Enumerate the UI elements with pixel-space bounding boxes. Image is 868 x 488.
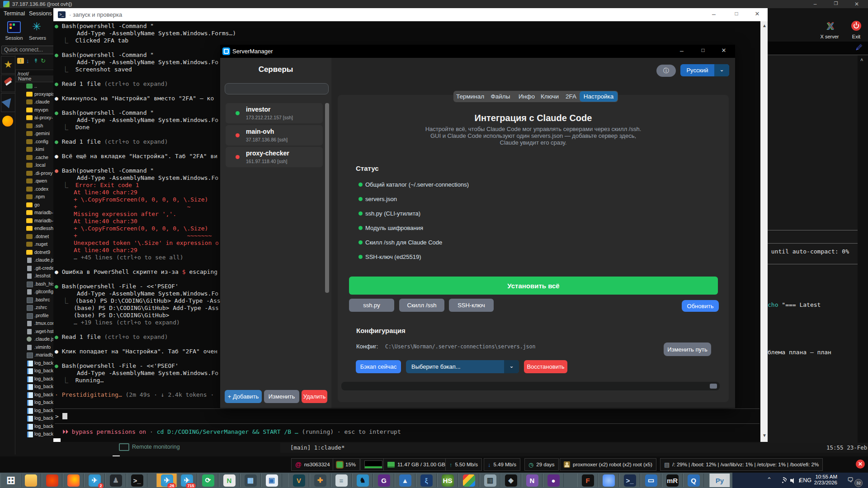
tray-chevron-icon[interactable]: ⌃ <box>767 476 772 483</box>
file-row[interactable]: log_backu <box>15 391 53 399</box>
file-row[interactable]: .bash_his <box>15 281 53 288</box>
taskbar-icon-cmd[interactable]: >_ <box>127 474 147 487</box>
file-row[interactable]: .git-crede <box>15 265 53 272</box>
mobaxterm-restore-button[interactable]: ❐ <box>833 1 839 7</box>
taskbar-icon-github[interactable]: ● <box>543 474 564 487</box>
main-hscrollbar-thumb[interactable] <box>710 384 717 389</box>
file-row[interactable]: .ssh <box>15 122 53 130</box>
taskbar-icon-chromium[interactable] <box>598 474 619 487</box>
taskbar-icon-notion[interactable]: N <box>522 474 542 487</box>
servermanager-maximize-button[interactable]: □ <box>699 47 707 55</box>
terminal-scroll-down-icon[interactable]: ▼ <box>762 433 767 438</box>
taskbar-icon-gdoc[interactable]: G <box>373 474 394 487</box>
small-button-ssh.py[interactable]: ssh.py <box>349 299 394 312</box>
taskbar-icon-sync[interactable]: ⟳ <box>198 474 218 487</box>
small-button-Скилл /ssh[interactable]: Скилл /ssh <box>399 299 444 312</box>
tray-language[interactable]: ENG <box>799 477 811 483</box>
server-item[interactable]: main-ovh37.187.136.86 [ssh] <box>226 125 323 145</box>
taskbar-icon-dragon[interactable]: ξ <box>416 474 437 487</box>
tab-Настройка[interactable]: Настройка <box>580 91 618 102</box>
taskbar-icon-python[interactable]: Py <box>709 474 730 487</box>
file-row[interactable]: .wget-hst <box>15 328 53 336</box>
info-button[interactable]: ⓘ <box>656 65 676 77</box>
terminal-scrollbar[interactable] <box>760 21 768 442</box>
tab-Терминал[interactable]: Терминал <box>456 91 484 102</box>
file-row[interactable]: log_backu <box>15 415 53 422</box>
file-row[interactable]: .bashrc <box>15 296 53 304</box>
file-row[interactable]: endlessh <box>15 225 53 233</box>
server-item[interactable]: investor173.212.212.157 [ssh] <box>226 103 323 123</box>
file-row[interactable]: dotnet9 <box>15 249 53 257</box>
tab-Инфо[interactable]: Инфо <box>517 91 537 102</box>
install-all-button[interactable]: Установить всё <box>349 277 718 295</box>
remote-monitoring-label[interactable]: Remote monitoring <box>132 444 180 450</box>
file-row[interactable]: log_backu <box>15 383 53 391</box>
taskbar-icon-ninja[interactable]: ♟ <box>105 474 126 487</box>
file-row[interactable]: .tmux.cor <box>15 320 53 328</box>
file-row[interactable]: log_backu <box>15 360 53 367</box>
taskbar-icon-bird[interactable]: ♞ <box>352 474 373 487</box>
file-row[interactable]: .di-proxy <box>15 170 53 178</box>
tray-volume-icon[interactable] <box>790 477 797 483</box>
file-row[interactable]: .dotnet <box>15 233 53 241</box>
taskbar-icon-telegram2[interactable]: ✈2 <box>84 474 105 487</box>
taskbar-icon-paint[interactable] <box>458 474 479 487</box>
taskbar-icon-telegram26[interactable]: ✈.26 <box>156 474 177 487</box>
taskbar-icon-v9[interactable]: V <box>288 474 309 487</box>
file-row[interactable]: mariadb-c <box>15 217 53 225</box>
tray-wifi-icon[interactable] <box>778 477 787 483</box>
servermanager-minimize-button[interactable]: – <box>678 47 686 55</box>
taskbar-icon-photos[interactable]: ▲ <box>395 474 415 487</box>
taskbar-icon-monchart[interactable]: ▥ <box>480 474 500 487</box>
server-search-input[interactable] <box>225 83 329 94</box>
terminal-scroll-up-icon[interactable]: ▲ <box>762 23 767 28</box>
file-row[interactable]: go <box>15 202 53 209</box>
file-row[interactable]: log_backu <box>15 431 53 438</box>
small-button-SSH-ключ[interactable]: SSH-ключ <box>449 299 494 312</box>
tab-Ключи[interactable]: Ключи <box>538 91 562 102</box>
taskbar-icon-powershell[interactable]: >_ <box>619 474 640 487</box>
file-row[interactable]: .claude.js <box>15 336 53 343</box>
restore-button[interactable]: Восстановить <box>524 360 567 373</box>
file-row[interactable]: log_backu <box>15 407 53 415</box>
file-row[interactable]: log_backu <box>15 367 53 375</box>
taskbar-icon-notepadpp[interactable]: N <box>219 474 240 487</box>
file-row[interactable]: .mariadb_ <box>15 352 53 359</box>
claude-prompt[interactable]: > <box>55 413 67 420</box>
mobaxterm-minimize-button[interactable]: – <box>812 1 818 7</box>
language-dropdown[interactable]: Русский ⌄ <box>680 64 729 76</box>
taskbar-icon-calc[interactable]: ▦ <box>240 474 261 487</box>
behind-scrollbar[interactable] <box>858 55 868 443</box>
file-row[interactable]: .config <box>15 138 53 146</box>
taskbar-icon-figma[interactable]: F <box>577 474 598 487</box>
file-row[interactable]: .claude.js <box>15 257 53 264</box>
taskbar-icon-windows[interactable]: ⊞ <box>0 474 21 487</box>
taskbar-icon-telegram715[interactable]: ✈715 <box>176 474 197 487</box>
file-row[interactable]: .profile <box>15 312 53 320</box>
file-row[interactable]: .qwen <box>15 178 53 185</box>
taskbar-icon-notepad[interactable]: ≡ <box>331 474 352 487</box>
taskbar-icon-cube[interactable]: ◆ <box>500 474 521 487</box>
taskbar-icon-viewer[interactable]: ▣ <box>261 474 282 487</box>
backup-select-dropdown[interactable]: Выберите бэкап... ⌄ <box>406 360 519 373</box>
statusbar-close-button[interactable]: ✕ <box>856 460 865 469</box>
file-row[interactable]: log_backu <box>15 423 53 431</box>
file-row[interactable]: log_backu <box>15 375 53 383</box>
taskbar-icon-hs[interactable]: HS <box>437 474 458 487</box>
file-row[interactable]: .codex <box>15 186 53 193</box>
mobaxterm-close-button[interactable]: ✕ <box>854 1 860 7</box>
taskbar-icon-brave[interactable] <box>42 474 62 487</box>
behind-scroll-up-icon[interactable]: ˄ <box>860 57 863 62</box>
file-row[interactable]: proxyapis <box>15 91 53 99</box>
main-hscrollbar[interactable] <box>341 382 720 390</box>
file-row[interactable]: .zshrc <box>15 304 53 312</box>
file-row[interactable]: log_backu <box>15 399 53 407</box>
file-row[interactable]: .kimi <box>15 146 53 154</box>
edit-server-button[interactable]: Изменить <box>264 390 299 403</box>
tray-time[interactable]: 10:55 AM2/23/2026 <box>814 474 837 486</box>
file-row[interactable]: .viminfo <box>15 344 53 352</box>
refresh-button[interactable]: Обновить <box>682 300 719 312</box>
delete-server-button[interactable]: Удалить <box>302 390 327 403</box>
exit-icon[interactable] <box>851 21 861 31</box>
file-row[interactable]: myvpn <box>15 107 53 114</box>
